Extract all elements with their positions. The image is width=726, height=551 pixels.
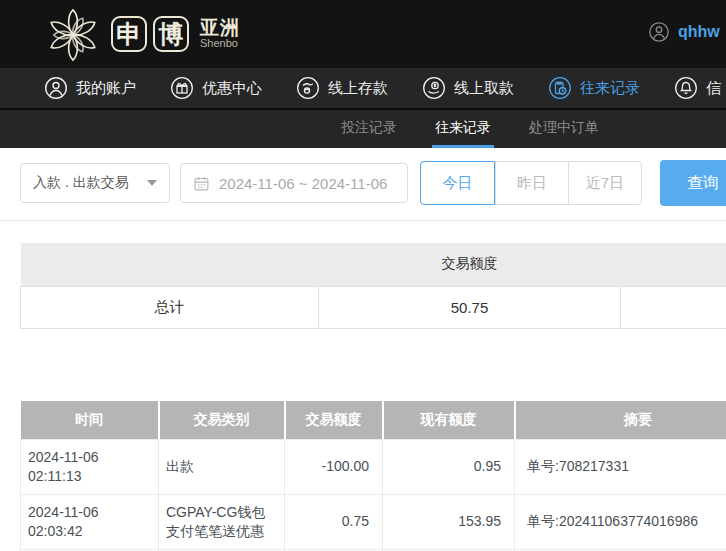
cell-type: 出款 xyxy=(159,440,285,495)
gift-icon xyxy=(170,76,194,100)
tab-transaction-records[interactable]: 往来记录 xyxy=(432,110,494,148)
summary-total-value: 50.75 xyxy=(319,286,621,328)
filter-bar: 入款 . 出款交易 2024-11-06 ~ 2024-11-06 今日 昨日 … xyxy=(0,148,726,206)
cell-amount: -100.00 xyxy=(285,440,383,495)
flower-icon xyxy=(44,6,102,64)
brand-name-boxes: 申 博 xyxy=(111,16,189,52)
tab-bet-records[interactable]: 投注记录 xyxy=(338,110,400,148)
user-icon xyxy=(44,76,68,100)
cell-summary: 单号:202411063774016986 xyxy=(515,494,726,549)
today-button[interactable]: 今日 xyxy=(420,161,495,205)
date-range-input[interactable]: 2024-11-06 ~ 2024-11-06 xyxy=(180,163,408,203)
cell-balance: 0.95 xyxy=(383,440,515,495)
withdraw-icon xyxy=(422,76,446,100)
nav-label: 往来记录 xyxy=(580,79,640,98)
nav-item-deposit[interactable]: 线上存款 xyxy=(296,76,388,100)
username: qhhw xyxy=(678,23,720,41)
brand-logo[interactable]: 申 博 亚洲 Shenbo xyxy=(44,4,240,64)
main-nav: 我的账户 优惠中心 线上存款 xyxy=(0,68,726,110)
deposit-icon xyxy=(296,76,320,100)
brand-char-1: 申 xyxy=(111,16,147,52)
chevron-down-icon xyxy=(147,180,157,186)
records-icon xyxy=(548,76,572,100)
col-header-balance: 现有额度 xyxy=(383,401,515,440)
cell-type: CGPAY-CG钱包支付笔笔送优惠 xyxy=(159,494,285,549)
nav-label: 线上存款 xyxy=(328,79,388,98)
transaction-type-select[interactable]: 入款 . 出款交易 xyxy=(20,163,170,203)
nav-label: 线上取款 xyxy=(454,79,514,98)
page-root: 申 博 亚洲 Shenbo qhhw xyxy=(0,0,726,551)
table-row: 2024-11-06 02:11:13 出款 -100.00 0.95 单号:7… xyxy=(21,440,726,495)
calendar-icon xyxy=(193,175,210,192)
summary-header-empty2 xyxy=(621,243,726,286)
cell-summary: 单号:708217331 xyxy=(515,440,726,495)
cell-time: 2024-11-06 02:11:13 xyxy=(21,440,159,495)
bell-icon xyxy=(674,76,698,100)
brand-suffix-en: Shenbo xyxy=(200,38,240,50)
brand-char-2: 博 xyxy=(153,16,189,52)
summary-header-empty xyxy=(21,243,319,286)
summary-total-empty xyxy=(621,286,726,328)
cell-balance: 153.95 xyxy=(383,494,515,549)
brand-suffix-cn: 亚洲 xyxy=(200,18,240,38)
person-icon xyxy=(648,21,670,43)
summary-total-row: 总计 50.75 xyxy=(21,286,726,328)
records-header-row: 时间 交易类别 交易额度 现有额度 摘要 xyxy=(21,401,726,440)
last7days-button[interactable]: 近7日 xyxy=(568,162,641,204)
cell-time: 2024-11-06 02:03:42 xyxy=(21,494,159,549)
nav-item-transaction-records[interactable]: 往来记录 xyxy=(548,76,640,100)
quick-date-group: 今日 昨日 近7日 xyxy=(420,161,642,205)
yesterday-button[interactable]: 昨日 xyxy=(495,162,568,204)
section-divider xyxy=(0,220,726,221)
summary-header-row: 交易额度 xyxy=(21,243,726,286)
records-table: 时间 交易类别 交易额度 现有额度 摘要 2024-11-06 02:11:13… xyxy=(20,401,726,551)
top-brand-bar: 申 博 亚洲 Shenbo qhhw xyxy=(0,0,726,68)
nav-item-messages[interactable]: 信 xyxy=(674,76,721,100)
table-row: 2024-11-06 02:03:42 CGPAY-CG钱包支付笔笔送优惠 0.… xyxy=(21,494,726,549)
summary-table: 交易额度 总计 50.75 xyxy=(20,243,726,329)
col-header-type: 交易类别 xyxy=(159,401,285,440)
tab-pending-orders[interactable]: 处理中订单 xyxy=(526,110,602,148)
date-range-value: 2024-11-06 ~ 2024-11-06 xyxy=(219,175,387,192)
brand-suffix: 亚洲 Shenbo xyxy=(200,18,240,49)
col-header-amount: 交易额度 xyxy=(285,401,383,440)
nav-item-promotions[interactable]: 优惠中心 xyxy=(170,76,262,100)
search-button[interactable]: 查询 xyxy=(660,160,726,206)
record-tabs: 投注记录 往来记录 处理中订单 xyxy=(0,110,726,148)
transaction-type-value: 入款 . 出款交易 xyxy=(33,174,129,192)
nav-item-withdraw[interactable]: 线上取款 xyxy=(422,76,514,100)
col-header-summary: 摘要 xyxy=(515,401,726,440)
summary-total-label: 总计 xyxy=(21,286,319,328)
nav-item-my-account[interactable]: 我的账户 xyxy=(44,76,136,100)
col-header-time: 时间 xyxy=(21,401,159,440)
summary-header-amount: 交易额度 xyxy=(319,243,621,286)
nav-label: 优惠中心 xyxy=(202,79,262,98)
nav-label: 信 xyxy=(706,79,721,98)
nav-label: 我的账户 xyxy=(76,79,136,98)
account-menu[interactable]: qhhw xyxy=(648,21,720,43)
cell-amount: 0.75 xyxy=(285,494,383,549)
